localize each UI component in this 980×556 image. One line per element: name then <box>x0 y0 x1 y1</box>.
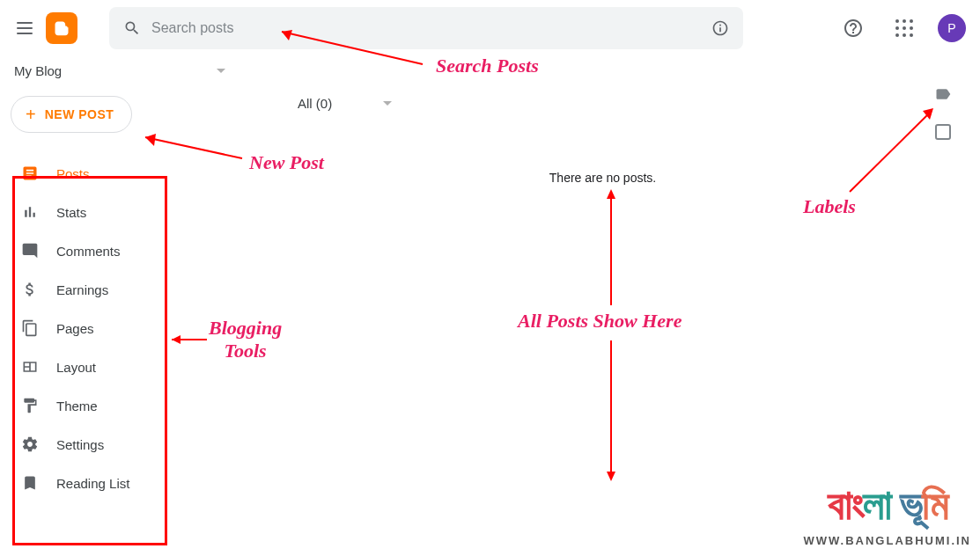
blog-selector-row: My Blog <box>0 56 980 85</box>
sidebar-item-layout[interactable]: Layout <box>7 348 218 386</box>
earnings-icon <box>21 281 39 298</box>
sidebar-nav: Posts Stats Comments Earnings Pages Layo… <box>7 154 218 502</box>
avatar[interactable]: P <box>938 14 966 42</box>
sidebar-item-label: Posts <box>56 166 90 181</box>
watermark: বাংলা ভূমি WWW.BANGLABHUMI.IN <box>803 480 971 547</box>
blog-selector[interactable]: My Blog <box>14 56 225 85</box>
blogger-logo[interactable] <box>46 12 77 44</box>
sidebar-item-pages[interactable]: Pages <box>7 309 218 348</box>
new-post-label: NEW POST <box>45 107 114 121</box>
watermark-logo: বাংলা ভূমি <box>803 480 971 530</box>
empty-message: There are no posts. <box>254 171 952 185</box>
content-area: All (0) There are no posts. <box>225 85 980 509</box>
search-box[interactable] <box>109 7 743 49</box>
sidebar: + NEW POST Posts Stats Comments Earnings <box>0 85 225 509</box>
sidebar-item-label: Theme <box>56 399 98 413</box>
sidebar-item-label: Settings <box>56 437 104 452</box>
chevron-down-icon <box>383 101 392 106</box>
main: + NEW POST Posts Stats Comments Earnings <box>0 85 980 509</box>
sidebar-item-posts[interactable]: Posts <box>7 154 218 193</box>
sidebar-item-label: Pages <box>56 321 94 336</box>
sidebar-item-reading-list[interactable]: Reading List <box>7 464 218 502</box>
sidebar-item-earnings[interactable]: Earnings <box>7 270 218 309</box>
filter-all[interactable]: All (0) <box>298 96 392 111</box>
label-icon[interactable] <box>934 85 952 106</box>
search-input[interactable] <box>151 20 701 36</box>
search-icon <box>123 19 141 37</box>
blog-name: My Blog <box>14 63 62 78</box>
sidebar-item-settings[interactable]: Settings <box>7 425 218 464</box>
sidebar-item-stats[interactable]: Stats <box>7 193 218 231</box>
sidebar-item-label: Layout <box>56 360 96 375</box>
watermark-url: WWW.BANGLABHUMI.IN <box>803 534 971 547</box>
sidebar-item-label: Earnings <box>56 282 108 297</box>
settings-icon <box>21 435 39 453</box>
filter-label: All (0) <box>298 96 332 111</box>
select-all-checkbox[interactable] <box>935 124 951 140</box>
filter-row: All (0) <box>254 85 952 121</box>
sidebar-item-label: Comments <box>56 244 121 259</box>
plus-icon: + <box>26 106 36 123</box>
chevron-down-icon <box>217 69 225 73</box>
new-post-button[interactable]: + NEW POST <box>11 96 132 133</box>
layout-icon <box>21 358 39 376</box>
sidebar-item-label: Stats <box>56 205 86 220</box>
sidebar-item-theme[interactable]: Theme <box>7 386 218 425</box>
menu-icon[interactable] <box>14 18 35 39</box>
header-right: P <box>836 11 966 46</box>
sidebar-item-comments[interactable]: Comments <box>7 231 218 270</box>
posts-icon <box>21 165 39 182</box>
stats-icon <box>21 203 39 221</box>
reading-list-icon <box>21 474 39 492</box>
theme-icon <box>21 397 39 414</box>
comments-icon <box>21 242 39 260</box>
header: P <box>0 0 980 56</box>
pages-icon <box>21 319 39 337</box>
help-icon[interactable] <box>836 11 871 46</box>
sidebar-item-label: Reading List <box>56 476 129 491</box>
right-icons <box>934 85 952 140</box>
apps-icon[interactable] <box>887 11 922 46</box>
info-icon[interactable] <box>711 19 729 37</box>
